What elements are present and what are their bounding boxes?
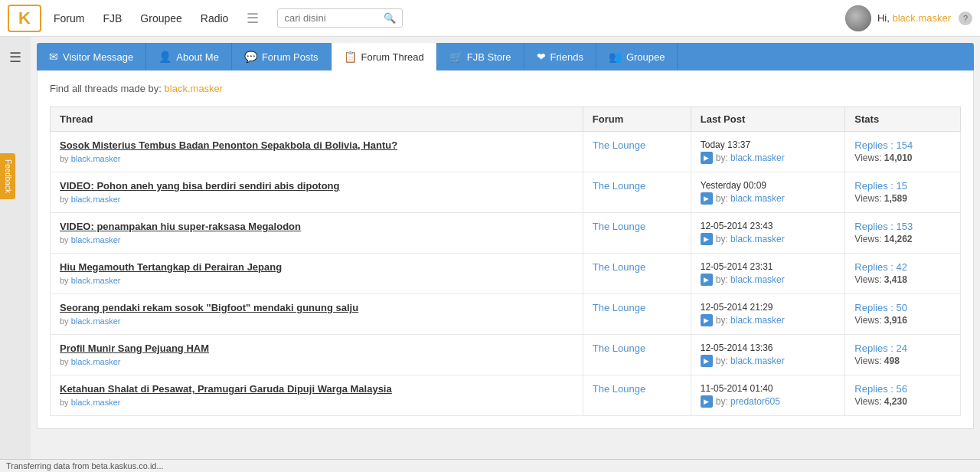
arrow-icon: ▶ [701,233,713,245]
sidebar-menu-icon[interactable]: ☰ [3,43,28,72]
arrow-icon: ▶ [701,152,713,164]
header: K Forum FJB Groupee Radio ☰ 🔍 Hi, black.… [0,0,980,37]
logo-k: K [18,8,31,28]
thread-title-link[interactable]: Ketahuan Shalat di Pesawat, Pramugari Ga… [60,383,573,395]
thread-by: by black.masker [60,276,120,285]
last-post-time: Yesterday 00:09 [701,180,836,191]
thread-title-link[interactable]: Seorang pendaki rekam sosok "Bigfoot" me… [60,302,573,313]
hamburger-icon[interactable]: ☰ [247,10,259,27]
thread-title-link[interactable]: VIDEO: Pohon aneh yang bisa berdiri send… [60,180,573,192]
logo-box[interactable]: K [8,5,41,32]
replies-link[interactable]: Replies : 154 [854,139,951,151]
groupee-icon: 👥 [609,51,622,63]
thread-cell: Profil Munir Sang Pejuang HAM by black.m… [51,335,583,375]
table-row: Profil Munir Sang Pejuang HAM by black.m… [51,335,961,375]
thread-cell: VIDEO: penampakan hiu super-raksasa Mega… [51,213,583,254]
nav-radio[interactable]: Radio [201,12,229,25]
last-post-author-link[interactable]: predator605 [728,396,780,407]
forum-link[interactable]: The Lounge [593,139,645,151]
tab-groupee[interactable]: 👥 Groupee [596,43,678,70]
last-post-by: ▶ by: predator605 [701,395,836,408]
replies-link[interactable]: Replies : 153 [854,221,951,232]
last-post-cell: Today 13:37 ▶ by: black.masker [691,132,845,172]
tab-forum-thread[interactable]: 📋 Forum Thread [332,43,437,70]
thread-author-link[interactable]: black.masker [71,398,121,407]
views-text: Views: 3,418 [854,274,951,285]
replies-link[interactable]: Replies : 56 [854,383,951,395]
forum-link[interactable]: The Lounge [593,221,645,232]
nav-groupee[interactable]: Groupee [140,12,181,25]
thread-author-link[interactable]: black.masker [71,276,121,285]
replies-link[interactable]: Replies : 15 [854,180,951,192]
thread-title-link[interactable]: Sosok Misterius Tembus Badan Penonton Se… [60,139,573,151]
tab-friends[interactable]: ❤ Friends [524,43,596,70]
last-post-by: ▶ by: black.masker [701,274,836,286]
status-text: Transferring data from beta.kaskus.co.id… [6,461,164,470]
thread-by: by black.masker [60,195,120,204]
last-post-author-link[interactable]: black.masker [728,234,785,244]
views-text: Views: 1,589 [854,193,951,204]
replies-link[interactable]: Replies : 42 [854,261,951,273]
forum-cell: The Lounge [583,172,691,213]
thread-title-link[interactable]: Profil Munir Sang Pejuang HAM [60,343,573,354]
last-post-cell: 12-05-2014 23:31 ▶ by: black.masker [691,254,845,294]
thread-cell: Ketahuan Shalat di Pesawat, Pramugari Ga… [51,375,583,416]
thread-title-link[interactable]: Hiu Megamouth Tertangkap di Perairan Jep… [60,261,573,273]
thread-title-link[interactable]: VIDEO: penampakan hiu super-raksasa Mega… [60,221,573,232]
last-post-by: ▶ by: black.masker [701,355,836,367]
stats-cell: Replies : 154 Views: 14,010 [845,132,961,172]
stats-cell: Replies : 24 Views: 498 [845,335,961,375]
table-row: Hiu Megamouth Tertangkap di Perairan Jep… [51,254,961,294]
search-input[interactable] [284,12,384,24]
forum-cell: The Lounge [583,335,691,375]
nav-fjb[interactable]: FJB [103,12,122,25]
col-stats: Stats [845,107,961,132]
header-username[interactable]: black.masker [892,12,951,24]
col-last-post: Last Post [691,107,845,132]
last-post-by: ▶ by: black.masker [701,233,836,245]
replies-link[interactable]: Replies : 50 [854,302,951,313]
forum-link[interactable]: The Lounge [593,343,645,354]
last-post-author-link[interactable]: black.masker [728,152,785,163]
nav-forum[interactable]: Forum [54,12,84,25]
forum-cell: The Lounge [583,213,691,254]
forum-link[interactable]: The Lounge [593,302,645,313]
last-post-cell: 12-05-2014 21:29 ▶ by: black.masker [691,294,845,335]
last-post-time: Today 13:37 [701,139,836,150]
stats-cell: Replies : 56 Views: 4,230 [845,375,961,416]
find-user-link[interactable]: black.masker [165,83,224,94]
last-post-time: 12-05-2014 23:43 [701,221,836,231]
tab-fjb-store[interactable]: 🛒 FJB Store [437,43,524,70]
tab-forum-posts[interactable]: 💬 Forum Posts [232,43,332,70]
replies-link[interactable]: Replies : 24 [854,343,951,354]
avatar [845,5,871,31]
search-icon[interactable]: 🔍 [384,12,396,24]
forum-link[interactable]: The Lounge [593,383,645,395]
views-text: Views: 14,262 [854,234,951,244]
tab-about-me[interactable]: 👤 About Me [146,43,232,70]
thread-author-link[interactable]: black.masker [71,195,121,204]
last-post-time: 12-05-2014 13:36 [701,343,836,353]
last-post-author-link[interactable]: black.masker [728,356,785,366]
forum-link[interactable]: The Lounge [593,261,645,273]
feedback-tab[interactable]: Feedback [0,153,15,199]
help-icon[interactable]: ? [959,11,972,25]
table-row: Sosok Misterius Tembus Badan Penonton Se… [51,132,961,172]
last-post-author-link[interactable]: black.masker [728,274,785,285]
thread-author-link[interactable]: black.masker [71,316,121,326]
thread-author-link[interactable]: black.masker [71,154,121,163]
last-post-author-link[interactable]: black.masker [728,315,785,326]
forum-link[interactable]: The Lounge [593,180,645,192]
tab-visitor-message[interactable]: ✉ Visitor Message [37,43,146,70]
stats-cell: Replies : 15 Views: 1,589 [845,172,961,213]
find-text: Find all threads made by: black.masker [50,83,961,94]
feedback-label: Feedback [4,159,12,193]
thread-author-link[interactable]: black.masker [71,235,121,244]
thread-cell: Seorang pendaki rekam sosok "Bigfoot" me… [51,294,583,335]
last-post-author-link[interactable]: black.masker [728,193,785,204]
friends-icon: ❤ [537,51,546,63]
thread-author-link[interactable]: black.masker [71,357,121,366]
last-post-cell: 12-05-2014 13:36 ▶ by: black.masker [691,335,845,375]
visitor-message-icon: ✉ [49,51,58,63]
forum-cell: The Lounge [583,132,691,172]
